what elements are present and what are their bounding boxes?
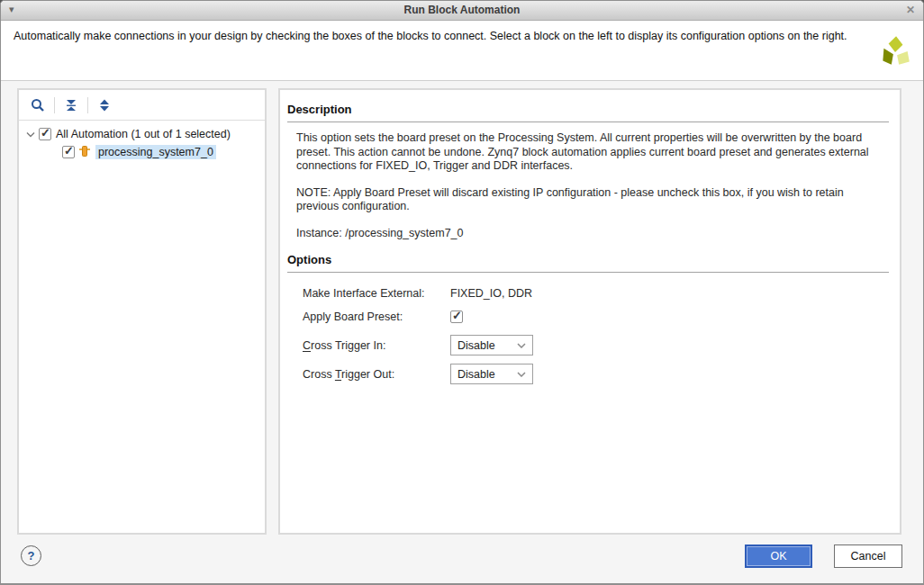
automation-tree-panel: All Automation (1 out of 1 selected) pro… [17,88,267,535]
dialog-body: All Automation (1 out of 1 selected) pro… [1,81,923,583]
options-heading: Options [287,253,889,273]
expand-all-icon[interactable] [96,97,113,113]
instance-line: Instance: /processing_system7_0 [296,227,880,241]
option-label: Apply Board Preset: [303,310,450,323]
description-body: This option sets the board preset on the… [296,131,882,240]
help-button[interactable]: ? [21,545,41,566]
search-icon[interactable] [30,97,46,113]
toolbar-separator [87,97,88,113]
configuration-panel: Description This option sets the board p… [278,88,901,535]
option-apply-board-preset: Apply Board Preset: [303,310,900,323]
automation-tree: All Automation (1 out of 1 selected) pro… [19,121,265,160]
cross-trigger-out-select[interactable]: Disable [450,364,533,384]
option-cross-trigger-out: Cross Trigger Out: Disable [303,364,900,384]
toolbar-separator [54,97,55,113]
collapse-all-icon[interactable] [63,97,79,113]
apply-board-preset-checkbox[interactable] [450,310,463,323]
processing-system-checkbox[interactable] [62,146,75,158]
banner-text: Automatically make connections in your d… [14,29,860,44]
option-label: Cross Trigger Out: [303,368,450,381]
run-block-automation-dialog: ▾ Run Block Automation ✕ Automatically m… [0,0,924,585]
tree-row-all-automation[interactable]: All Automation (1 out of 1 selected) [19,126,265,142]
ip-block-icon [78,145,91,160]
titlebar: ▾ Run Block Automation ✕ [1,1,923,21]
option-value: FIXED_IO, DDR [450,287,532,300]
description-paragraph: This option sets the board preset on the… [296,131,880,174]
option-label: Cross Trigger In: [303,339,450,352]
option-cross-trigger-in: Cross Trigger In: Disable [303,335,900,356]
option-label: Make Interface External: [303,287,450,300]
tree-expander-icon[interactable] [26,131,39,138]
chevron-down-icon [517,343,526,348]
chevron-down-icon [517,372,526,377]
description-note: NOTE: Apply Board Preset will discard ex… [296,186,880,214]
close-icon[interactable]: ✕ [906,4,915,16]
cancel-button[interactable]: Cancel [834,544,902,568]
description-heading: Description [287,103,889,122]
option-make-interface-external: Make Interface External: FIXED_IO, DDR [303,287,900,300]
tree-item-label[interactable]: All Automation (1 out of 1 selected) [56,128,231,140]
banner: Automatically make connections in your d… [1,21,923,81]
tree-toolbar [19,90,265,121]
cross-trigger-in-select[interactable]: Disable [450,335,533,356]
selected-value: Disable [457,368,517,381]
xilinx-logo-icon [876,32,914,71]
selected-value: Disable [457,339,517,352]
tree-row-processing-system[interactable]: processing_system7_0 [19,144,265,160]
tree-item-label[interactable]: processing_system7_0 [95,145,216,159]
all-automation-checkbox[interactable] [39,128,51,140]
window-title: Run Block Automation [1,4,923,16]
ok-button[interactable]: OK [745,544,812,568]
